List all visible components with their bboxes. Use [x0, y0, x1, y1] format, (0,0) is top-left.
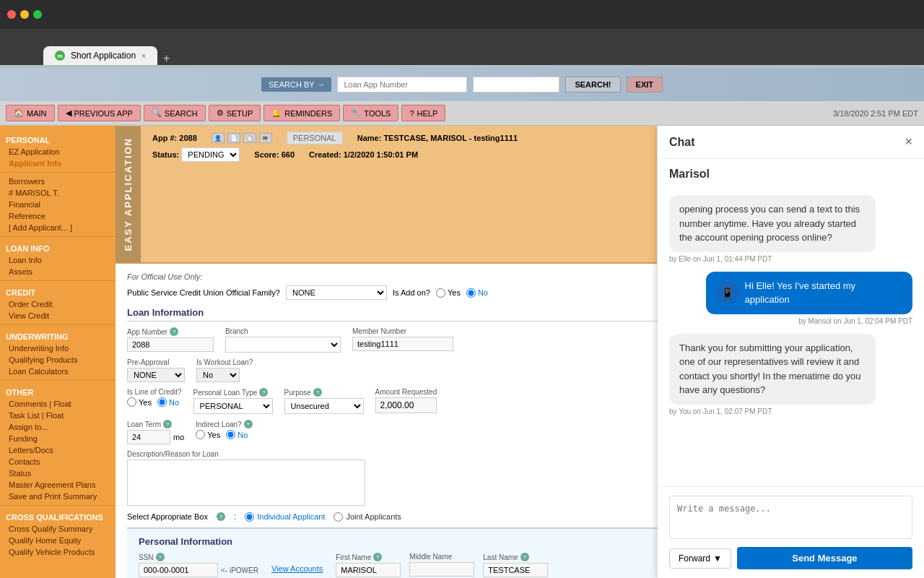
add-on-radio-group: Yes No	[436, 288, 488, 298]
sidebar-item-funding[interactable]: Funding	[0, 433, 116, 444]
purpose-select[interactable]: Unsecured	[284, 398, 364, 414]
app-container: SEARCH BY → SEARCH! EXIT 🏠MAIN ◀PREVIOUS…	[0, 65, 924, 578]
select-box-label: Select Appropriate Box	[127, 512, 208, 521]
sidebar-item-letters-docs[interactable]: Letters/Docs	[0, 444, 116, 456]
search-button[interactable]: SEARCH!	[565, 77, 620, 92]
message-2-text: Hi Elle! Yes I've started my application	[745, 279, 902, 307]
select-box-help[interactable]: ?	[217, 512, 225, 521]
created-value: 1/2/2020 1:50:01 PM	[344, 150, 418, 159]
last-name-input[interactable]	[483, 563, 548, 577]
loc-no[interactable]: No	[157, 397, 179, 407]
app-number-help[interactable]: ?	[170, 327, 178, 336]
hdr-icon-4[interactable]: ✉	[259, 133, 272, 143]
sidebar-item-loan-info[interactable]: Loan Info	[0, 254, 116, 266]
sidebar-item-master-agreement[interactable]: Master Agreement Plans	[0, 479, 116, 491]
sidebar-item-add-applicant[interactable]: [ Add Applicant... ]	[0, 222, 116, 233]
sidebar-item-underwriting-info[interactable]: Underwriting Info	[0, 342, 116, 354]
send-message-button[interactable]: Send Message	[737, 547, 912, 569]
first-name-help[interactable]: ?	[373, 553, 382, 561]
sidebar-item-applicant-info[interactable]: Applicant Info	[0, 158, 116, 169]
sidebar-item-loan-calculators[interactable]: Loan Calculators	[0, 366, 116, 377]
first-name-label: First Name ?	[336, 553, 401, 561]
forward-button[interactable]: Forward ▼	[669, 548, 731, 569]
sidebar-item-assets[interactable]: Assets	[0, 266, 116, 277]
sidebar-item-contacts[interactable]: Contacts	[0, 456, 116, 467]
loan-type-col: Personal Loan Type ? PERSONAL	[193, 388, 273, 414]
sidebar-item-reference[interactable]: Reference	[0, 210, 116, 222]
sidebar-item-cross-qualify[interactable]: Cross Qualify Summary	[0, 523, 116, 535]
sidebar-item-comments[interactable]: Comments | Float	[0, 398, 116, 410]
status-select[interactable]: PENDING	[181, 147, 240, 162]
purpose-help[interactable]: ?	[313, 388, 322, 397]
hdr-icon-3[interactable]: 📋	[243, 133, 256, 143]
loan-type-select[interactable]: PERSONAL	[193, 398, 273, 414]
nav-tools[interactable]: 🔧TOOLS	[343, 105, 398, 121]
indirect-yes[interactable]: Yes	[196, 430, 220, 439]
browser-tab[interactable]: m Short Application ×	[43, 46, 157, 65]
member-number-input[interactable]	[352, 337, 453, 351]
nav-help[interactable]: ?HELP	[401, 105, 445, 121]
search-by-label: SEARCH BY →	[261, 77, 331, 92]
loan-term-help[interactable]: ?	[163, 420, 172, 428]
individual-applicant-radio[interactable]: Individual Applicant	[245, 512, 325, 522]
sidebar-item-save-print[interactable]: Save and Print Summary	[0, 491, 116, 502]
app-number-input[interactable]	[127, 337, 214, 352]
message-1-meta: by Elle on Jun 1, 01:44 PM PDT	[669, 255, 876, 263]
sidebar-item-status[interactable]: Status	[0, 467, 116, 479]
branch-select[interactable]	[225, 337, 341, 353]
sidebar-item-view-credit[interactable]: View Credit	[0, 310, 116, 322]
sidebar-item-borrower-name[interactable]: # MARISOL T.	[0, 187, 116, 199]
exit-button[interactable]: EXIT	[627, 77, 663, 92]
first-name-input[interactable]	[336, 563, 401, 577]
sidebar-item-qualifying-products[interactable]: Qualifying Products	[0, 354, 116, 366]
message-2-meta: by Marisol on Jun 1, 02:04 PM PDT	[706, 317, 912, 325]
chat-close-btn[interactable]: ×	[905, 134, 912, 150]
loc-yes[interactable]: Yes	[127, 397, 152, 407]
view-accounts-link[interactable]: View Accounts	[267, 562, 327, 575]
hdr-icon-1[interactable]: 👤	[212, 133, 225, 143]
loan-type-help[interactable]: ?	[259, 388, 268, 397]
last-name-help[interactable]: ?	[520, 553, 529, 561]
add-on-no[interactable]: No	[466, 288, 488, 298]
chat-message-input[interactable]	[669, 496, 912, 539]
nav-main[interactable]: 🏠MAIN	[6, 105, 55, 121]
family-select[interactable]: NONE	[286, 285, 387, 300]
nav-search[interactable]: 🔍SEARCH	[144, 105, 206, 121]
member-number-col: Member Number	[352, 327, 453, 351]
maximize-traffic-light[interactable]	[33, 10, 42, 19]
add-on-yes[interactable]: Yes	[436, 288, 461, 298]
ssn-label: SSN ?	[139, 553, 258, 561]
ssn-help[interactable]: ?	[156, 553, 165, 561]
nav-setup[interactable]: ⚙SETUP	[209, 105, 261, 121]
minimize-traffic-light[interactable]	[20, 10, 29, 19]
view-accounts-spacer	[267, 553, 327, 561]
loan-term-input[interactable]	[127, 430, 170, 444]
member-number-label: Member Number	[352, 327, 453, 335]
sidebar-item-order-credit[interactable]: Order Credit	[0, 298, 116, 310]
sidebar-item-assign-to[interactable]: Assign to...	[0, 421, 116, 433]
new-tab-btn[interactable]: +	[163, 52, 170, 65]
sidebar-item-ez-application[interactable]: EZ Application	[0, 146, 116, 158]
tab-close-btn[interactable]: ×	[141, 52, 146, 60]
close-traffic-light[interactable]	[7, 10, 16, 19]
middle-name-input[interactable]	[409, 562, 474, 577]
workout-select[interactable]: No Yes	[196, 368, 240, 382]
indirect-help[interactable]: ?	[244, 420, 253, 428]
sidebar-item-borrowers[interactable]: Borrowers	[0, 176, 116, 187]
hdr-icon-2[interactable]: 📄	[227, 133, 240, 143]
sidebar-item-home-equity[interactable]: Qualify Home Equity	[0, 535, 116, 546]
nav-reminders[interactable]: 🔔REMINDERS	[263, 105, 340, 121]
search-secondary-input[interactable]	[473, 77, 559, 92]
indirect-no[interactable]: No	[226, 430, 248, 439]
workout-col: Is Workout Loan? No Yes	[196, 358, 253, 382]
sidebar-item-financial[interactable]: Financial	[0, 199, 116, 210]
preapproval-select[interactable]: NONE	[127, 368, 185, 382]
joint-applicants-option[interactable]: Joint Applicants	[334, 512, 401, 522]
description-textarea[interactable]	[127, 460, 365, 506]
ssn-input[interactable]	[139, 563, 218, 577]
sidebar-item-task-list[interactable]: Task List | Float	[0, 410, 116, 421]
sidebar-item-vehicle[interactable]: Qualify Vehicle Products	[0, 546, 116, 558]
loan-app-number-input[interactable]	[337, 77, 467, 92]
nav-previous-app[interactable]: ◀PREVIOUS APP	[58, 105, 141, 121]
name-value: TESTCASE, MARISOL - testing1111	[383, 134, 518, 142]
